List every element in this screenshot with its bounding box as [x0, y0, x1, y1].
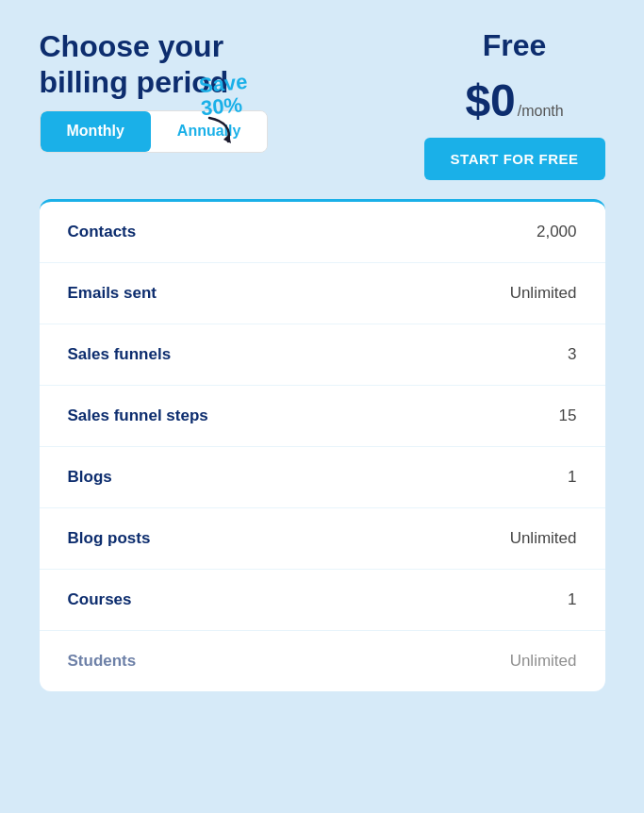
feature-value: 1 [568, 590, 576, 609]
plan-name: Free [483, 28, 547, 63]
price-amount: $0 [465, 75, 515, 126]
features-section: Contacts 2,000 Emails sent Unlimited Sal… [40, 199, 605, 691]
feature-row: Courses 1 [40, 570, 605, 631]
feature-value: 3 [568, 345, 576, 364]
feature-name: Contacts [68, 223, 137, 241]
feature-value: Unlimited [510, 652, 577, 671]
price-row: $0 /month [465, 75, 563, 126]
save-text: Save 30% [197, 71, 249, 121]
feature-row: Sales funnel steps 15 [40, 386, 605, 447]
right-header: Free $0 /month START FOR FREE [424, 28, 605, 180]
start-free-button[interactable]: START FOR FREE [424, 138, 605, 180]
feature-value: 15 [559, 406, 577, 425]
feature-row: Sales funnels 3 [40, 324, 605, 386]
feature-value: 1 [568, 468, 576, 487]
billing-period-row: Save 30% Monthly Annually [40, 110, 269, 153]
feature-name: Blog posts [68, 529, 151, 548]
monthly-toggle-btn[interactable]: Monthly [41, 111, 151, 152]
feature-name: Students [68, 652, 137, 671]
feature-row: Contacts 2,000 [40, 202, 605, 263]
billing-title-line1: Choose your [40, 29, 224, 63]
left-header: Choose your billing period Save 30% [40, 28, 269, 153]
feature-name: Courses [68, 590, 132, 609]
feature-name: Sales funnels [68, 345, 172, 364]
feature-name: Emails sent [68, 284, 157, 303]
feature-row: Emails sent Unlimited [40, 263, 605, 324]
feature-row: Students Unlimited [40, 631, 605, 691]
save-badge: Save 30% [200, 73, 248, 146]
feature-name: Sales funnel steps [68, 406, 208, 425]
feature-row: Blog posts Unlimited [40, 508, 605, 570]
header-section: Choose your billing period Save 30% [40, 28, 605, 180]
page-wrapper: Choose your billing period Save 30% [21, 0, 624, 691]
feature-value: Unlimited [510, 284, 577, 303]
price-period: /month [518, 103, 564, 120]
feature-row: Blogs 1 [40, 447, 605, 508]
feature-name: Blogs [68, 468, 112, 487]
feature-value: 2,000 [537, 223, 577, 241]
feature-value: Unlimited [510, 529, 577, 548]
